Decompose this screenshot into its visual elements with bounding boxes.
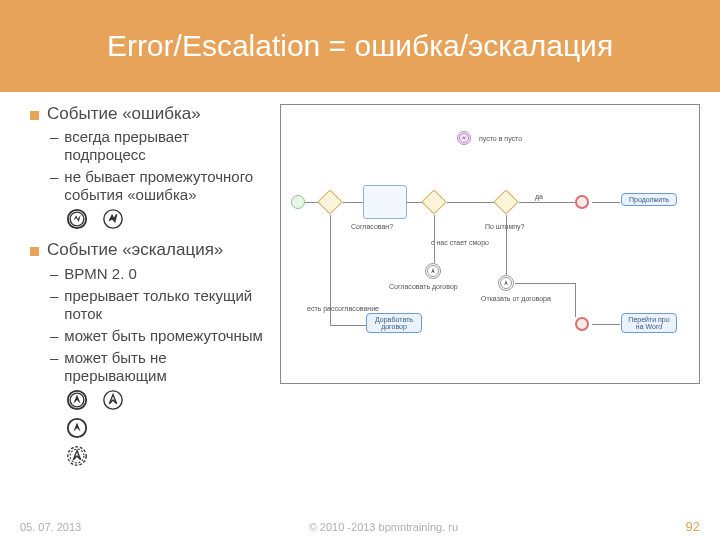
escalation-intermediate-icon — [425, 263, 441, 279]
bullet-1-sub-1-text: всегда прерывает подпроцесс — [64, 128, 268, 164]
slide-header: Error/Escalation = ошибка/эскалация — [0, 0, 720, 92]
error-icon-row — [66, 208, 268, 230]
flow-line — [434, 215, 435, 263]
bullet-2-sub-4-text: может быть не прерывающим — [64, 349, 268, 385]
label-otkazat: Отказать от договора — [481, 295, 551, 302]
dash-icon: – — [50, 327, 58, 345]
footer-page-number: 92 — [686, 519, 700, 534]
escalation-event-icon — [66, 389, 88, 411]
bpmn-diagram: Согласован? По штампу? да пусто в пусто … — [280, 104, 700, 384]
bullet-1: Событие «ошибка» — [30, 104, 268, 124]
end-event-2-icon — [575, 317, 589, 331]
footer-copyright: © 2010 -2013 bpmntraining. ru — [309, 521, 458, 533]
flow-line — [343, 202, 363, 203]
footer-date: 05. 07. 2013 — [20, 521, 81, 533]
bullet-1-sub-2-text: не бывает промежуточного события «ошибка… — [64, 168, 268, 204]
dash-icon: – — [50, 265, 58, 283]
dash-icon: – — [50, 128, 58, 146]
task-box — [363, 185, 407, 219]
gateway-3-icon — [493, 189, 518, 214]
bullet-2-sub-2: – прерывает только текущий поток — [50, 287, 268, 323]
slide-title: Error/Escalation = ошибка/эскалация — [107, 29, 613, 64]
flow-line — [330, 325, 366, 326]
gateway-2-icon — [421, 189, 446, 214]
bullet-square-icon — [30, 247, 39, 256]
escalation-catch-icon — [66, 417, 88, 439]
bullet-2-sub-4: – может быть не прерывающим — [50, 349, 268, 385]
bullet-2-sub-1: – BPMN 2. 0 — [50, 265, 268, 283]
bullet-2-sub-2-text: прерывает только текущий поток — [64, 287, 268, 323]
error-end-event-icon — [102, 208, 124, 230]
label-rassogl: есть рассогласование — [307, 305, 379, 312]
bullet-2-sub-3-text: может быть промежуточным — [64, 327, 263, 345]
bullet-2-text: Событие «эскалация» — [47, 240, 223, 260]
dash-icon: – — [50, 349, 58, 367]
escalation-noninterrupt-icon — [66, 445, 88, 467]
label-nastaet: с нас стает смoро — [431, 239, 489, 246]
box-pereiti: Перейти про на Word — [621, 313, 677, 333]
intermediate-error-icon — [457, 131, 471, 145]
label-soglasovan: Согласован? — [351, 223, 393, 230]
error-event-icon — [66, 208, 88, 230]
start-event-icon — [291, 195, 305, 209]
slide-footer: 05. 07. 2013 © 2010 -2013 bpmntraining. … — [0, 519, 720, 534]
escalation-throw-icon — [102, 389, 124, 411]
escalation-intermediate-2-icon — [498, 275, 514, 291]
flow-line — [592, 324, 620, 325]
flow-line — [447, 202, 497, 203]
dash-icon: – — [50, 287, 58, 305]
content-area: Событие «ошибка» – всегда прерывает подп… — [0, 92, 720, 467]
flow-line — [519, 202, 575, 203]
flow-line — [592, 202, 620, 203]
flow-line — [506, 215, 507, 275]
dash-icon: – — [50, 168, 58, 186]
flow-line — [575, 283, 576, 317]
bullet-1-sub-1: – всегда прерывает подпроцесс — [50, 128, 268, 164]
gateway-1-icon — [317, 189, 342, 214]
escalation-icon-row-2 — [66, 417, 268, 439]
bullet-1-sub-2: – не бывает промежуточного события «ошиб… — [50, 168, 268, 204]
escalation-icon-row-1 — [66, 389, 268, 411]
label-soglasdog: Согласовать договор — [389, 283, 458, 290]
bullet-2-sub-3: – может быть промежуточным — [50, 327, 268, 345]
label-poshtampu: По штампу? — [485, 223, 525, 230]
label-da: да — [535, 193, 543, 200]
bullet-2: Событие «эскалация» — [30, 240, 268, 260]
flow-line — [515, 283, 575, 284]
box-prodolzhit: Продолжить — [621, 193, 677, 206]
bullet-2-sub-1-text: BPMN 2. 0 — [64, 265, 137, 283]
label-pusto: пусто в пусто — [479, 135, 522, 142]
bullet-column: Событие «ошибка» – всегда прерывает подп… — [30, 100, 268, 467]
bullet-1-text: Событие «ошибка» — [47, 104, 201, 124]
box-dorabotat: Доработать договор — [366, 313, 422, 333]
bullet-square-icon — [30, 111, 39, 120]
end-event-icon — [575, 195, 589, 209]
escalation-icon-row-3 — [66, 445, 268, 467]
